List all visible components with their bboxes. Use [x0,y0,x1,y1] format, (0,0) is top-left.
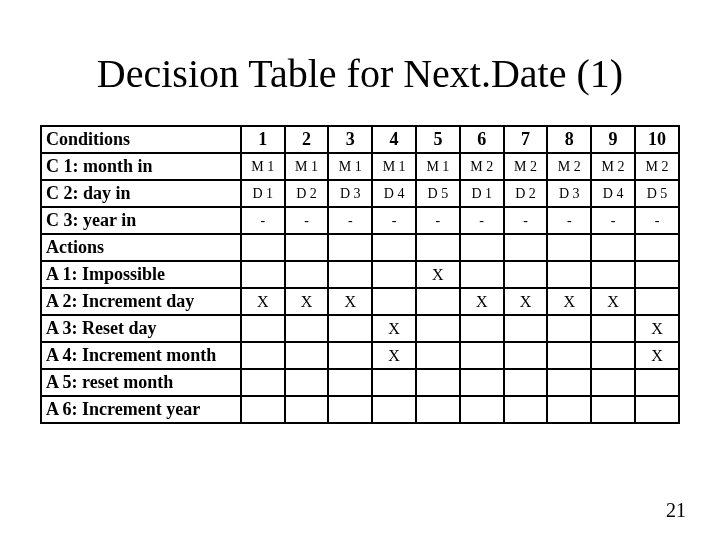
cell [547,342,591,369]
col-header: 6 [460,126,504,153]
cell: - [547,207,591,234]
cell [372,396,416,423]
col-header: 3 [328,126,372,153]
cell [591,315,635,342]
cell [547,396,591,423]
cell [328,315,372,342]
cell: X [635,342,679,369]
table-row: A 6: Increment year [41,396,679,423]
cell [635,234,679,261]
table-row: A 2: Increment day X X X X X X X [41,288,679,315]
cell: X [328,288,372,315]
col-header: 2 [285,126,329,153]
cell [460,396,504,423]
cell [241,396,285,423]
cell: - [591,207,635,234]
cell: X [285,288,329,315]
cell [241,315,285,342]
cell: M 1 [372,153,416,180]
table-row: A 5: reset month [41,369,679,396]
cell [547,369,591,396]
cell [504,234,548,261]
cell: M 1 [328,153,372,180]
cell [460,369,504,396]
cell: M 1 [241,153,285,180]
cell [504,369,548,396]
col-header: 9 [591,126,635,153]
cell: - [328,207,372,234]
table-header-row: Conditions 1 2 3 4 5 6 7 8 9 10 [41,126,679,153]
cell: X [460,288,504,315]
cell: X [547,288,591,315]
cell: D 2 [504,180,548,207]
cell [328,261,372,288]
conditions-header: Conditions [41,126,241,153]
cell [591,369,635,396]
col-header: 1 [241,126,285,153]
actions-header-row: Actions [41,234,679,261]
cell: D 5 [635,180,679,207]
decision-table: Conditions 1 2 3 4 5 6 7 8 9 10 C 1: mon… [40,125,680,424]
cell [285,261,329,288]
cell: M 2 [547,153,591,180]
col-header: 10 [635,126,679,153]
cell: - [460,207,504,234]
cell [547,261,591,288]
cell [241,234,285,261]
table-row: A 3: Reset day X X [41,315,679,342]
cell: X [241,288,285,315]
cell [285,396,329,423]
cell: - [635,207,679,234]
table-row: C 1: month in M 1 M 1 M 1 M 1 M 1 M 2 M … [41,153,679,180]
cell: X [372,342,416,369]
cell: - [372,207,416,234]
cell: X [416,261,460,288]
cell [416,369,460,396]
cell [547,315,591,342]
cell: X [591,288,635,315]
col-header: 7 [504,126,548,153]
table-row: A 4: Increment month X X [41,342,679,369]
slide: Decision Table for Next.Date (1) Conditi… [0,0,720,540]
cell: D 1 [241,180,285,207]
row-label: A 3: Reset day [41,315,241,342]
cell: - [285,207,329,234]
cell: D 4 [372,180,416,207]
cell: X [372,315,416,342]
cell: M 1 [285,153,329,180]
cell [460,261,504,288]
cell [635,396,679,423]
cell [591,342,635,369]
row-label: C 1: month in [41,153,241,180]
cell [328,234,372,261]
page-number: 21 [666,499,686,522]
cell: - [416,207,460,234]
cell: - [241,207,285,234]
cell [460,234,504,261]
cell [328,342,372,369]
cell: D 2 [285,180,329,207]
cell: D 4 [591,180,635,207]
cell: M 2 [504,153,548,180]
cell [635,261,679,288]
col-header: 8 [547,126,591,153]
cell: M 2 [460,153,504,180]
cell [504,342,548,369]
cell [460,315,504,342]
row-label: C 2: day in [41,180,241,207]
col-header: 4 [372,126,416,153]
cell: - [504,207,548,234]
table-row: C 3: year in - - - - - - - - - - [41,207,679,234]
cell [328,369,372,396]
cell [241,261,285,288]
cell [416,234,460,261]
cell [416,342,460,369]
cell [460,342,504,369]
cell: M 2 [591,153,635,180]
cell [591,234,635,261]
cell [241,342,285,369]
cell [635,288,679,315]
cell [504,396,548,423]
cell [416,396,460,423]
cell: M 2 [635,153,679,180]
